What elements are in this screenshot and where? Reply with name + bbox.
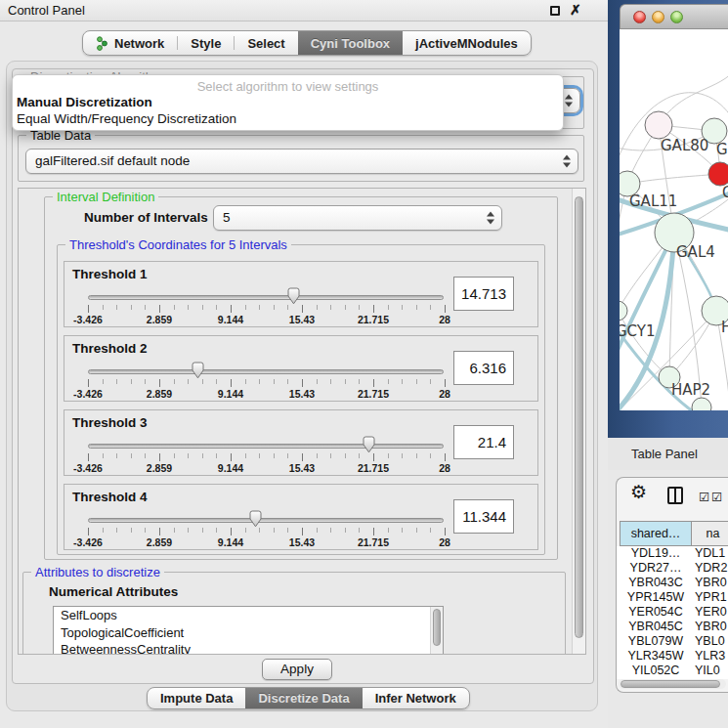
tab-label: Cyni Toolbox: [311, 36, 390, 51]
tick-mark: [216, 528, 217, 533]
scrollbar-thumb[interactable]: [621, 680, 720, 688]
tab-style[interactable]: Style: [178, 31, 234, 55]
algorithm-hint: Select algorithm to view settings: [13, 79, 563, 94]
slider-ticks: [88, 453, 445, 462]
scrollbar-thumb[interactable]: [575, 196, 583, 638]
slider-thumb[interactable]: [248, 510, 263, 528]
tick-mark: [402, 453, 403, 458]
table-cell: YIL0: [695, 664, 728, 678]
tab-label: Network: [114, 36, 164, 51]
tick-label: 9.144: [218, 314, 243, 325]
table-data-combobox[interactable]: galFiltered.sif default node: [25, 149, 578, 174]
table-cell: YPR145W: [620, 590, 692, 605]
table-row[interactable]: YDR27…YDR2: [617, 561, 728, 576]
tick-mark: [373, 379, 374, 387]
tick-mark: [188, 528, 189, 533]
threshold-value[interactable]: 14.713: [453, 277, 514, 311]
close-icon[interactable]: ✗: [570, 2, 581, 18]
table-row[interactable]: YBR045CYBR0: [617, 620, 728, 634]
threshold-value[interactable]: 21.4: [453, 425, 514, 459]
threshold-value[interactable]: 6.316: [453, 351, 514, 385]
apply-button[interactable]: Apply: [262, 659, 332, 680]
tick-mark: [430, 379, 431, 384]
algorithm-option[interactable]: Manual Discretization: [13, 94, 563, 110]
column-header[interactable]: na: [692, 521, 728, 546]
tick-label: 9.144: [218, 388, 243, 400]
minimize-traffic-light-icon[interactable]: [652, 11, 664, 23]
vertical-scrollbar[interactable]: [572, 189, 585, 654]
list-scrollbar[interactable]: [430, 607, 443, 655]
table-row[interactable]: YER054CYER0: [617, 605, 728, 620]
tick-mark: [287, 453, 288, 458]
tick-mark: [402, 305, 403, 310]
tick-mark: [145, 379, 146, 384]
network-node-label: HAP2: [671, 381, 710, 399]
float-window-icon[interactable]: [550, 6, 560, 16]
network-window-titlebar[interactable]: [620, 4, 728, 29]
numeric-attributes-list[interactable]: SelfLoopsTopologicalCoefficientBetweenne…: [53, 606, 444, 655]
tick-mark: [88, 528, 89, 535]
table-row[interactable]: YPR145WYPR1: [617, 590, 728, 605]
spinner-arrows-icon: [563, 155, 571, 168]
tab-discretize-data[interactable]: Discretize Data: [245, 688, 362, 708]
tab-network[interactable]: Network: [83, 31, 177, 55]
threshold-value[interactable]: 11.344: [453, 499, 514, 534]
horizontal-scrollbar[interactable]: [619, 679, 726, 689]
slider-thumb[interactable]: [286, 287, 301, 305]
tick-mark: [302, 379, 303, 387]
tab-select[interactable]: Select: [235, 31, 297, 55]
tab-cyni-toolbox[interactable]: Cyni Toolbox: [298, 31, 403, 55]
slider-track[interactable]: [88, 295, 444, 300]
tick-mark: [317, 528, 318, 533]
tick-mark: [430, 453, 431, 458]
slider-scale: -3.4262.8599.14415.4321.71528: [88, 388, 445, 401]
checkbox-icon[interactable]: ☑: [711, 490, 722, 504]
column-header[interactable]: shared…: [620, 521, 692, 546]
network-node[interactable]: [708, 162, 728, 186]
tab-impute-data[interactable]: Impute Data: [148, 688, 245, 708]
gear-icon[interactable]: ⚙: [630, 481, 647, 503]
slider-thumb[interactable]: [362, 436, 376, 453]
slider-thumb[interactable]: [191, 362, 205, 379]
zoom-traffic-light-icon[interactable]: [670, 11, 683, 23]
num-intervals-label: Number of Intervals: [84, 210, 208, 225]
tab-jactivemnodules[interactable]: jActiveMNodules: [403, 31, 531, 55]
tick-mark: [330, 528, 331, 533]
tick-mark: [416, 528, 417, 533]
network-canvas[interactable]: GAL80GCGAL11GAL4GCY1HHAP2: [620, 29, 728, 410]
tick-mark: [116, 453, 117, 458]
table-row[interactable]: YIL052CYIL0: [617, 664, 728, 678]
network-node[interactable]: [645, 111, 672, 139]
close-traffic-light-icon[interactable]: [633, 11, 646, 23]
network-node[interactable]: [620, 301, 627, 321]
column-layout-icon[interactable]: [667, 487, 683, 504]
scrollbar-thumb[interactable]: [433, 609, 441, 646]
slider-track[interactable]: [88, 369, 444, 374]
tick-label: 28: [439, 462, 450, 474]
tick-mark: [345, 453, 346, 458]
algorithm-option[interactable]: Equal Width/Frequency Discretization: [13, 110, 563, 127]
table-row[interactable]: YBR043CYBR0: [617, 576, 728, 590]
checkbox-icon[interactable]: ☑: [699, 490, 709, 504]
attribute-item[interactable]: TopologicalCoefficient: [54, 624, 443, 642]
slider-track[interactable]: [88, 518, 444, 523]
control-panel-titlebar: Control Panel ✗: [0, 0, 608, 21]
table-row[interactable]: YDL19…YDL1: [617, 546, 728, 561]
tick-mark: [287, 379, 288, 384]
attribute-item[interactable]: BetweennessCentrality: [54, 641, 443, 655]
tick-mark: [287, 528, 288, 533]
network-node[interactable]: [692, 398, 711, 410]
tick-mark: [245, 305, 246, 310]
tab-infer-network[interactable]: Infer Network: [363, 688, 469, 708]
num-intervals-combobox[interactable]: 5: [213, 205, 502, 231]
tick-mark: [302, 528, 303, 535]
attribute-item[interactable]: SelfLoops: [54, 607, 443, 624]
table-row[interactable]: YLR345WYLR3: [617, 649, 728, 664]
slider-track[interactable]: [88, 444, 444, 449]
table-row[interactable]: YBL079WYBL0: [617, 634, 728, 649]
tick-mark: [174, 528, 175, 533]
table-cell: YDR27…: [620, 561, 692, 576]
network-edge[interactable]: [627, 174, 720, 184]
table-cell: YLR3: [695, 649, 728, 664]
tick-mark: [202, 379, 203, 384]
